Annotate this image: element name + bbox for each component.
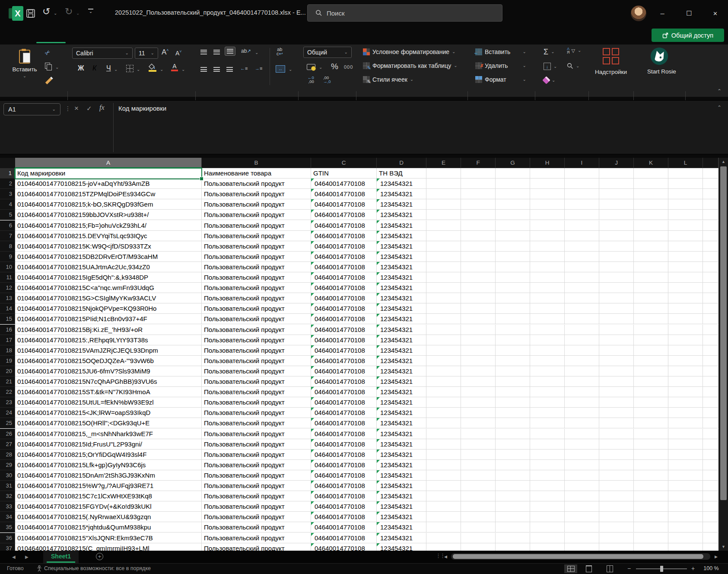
cell-M9[interactable] — [703, 252, 718, 262]
cell-K31[interactable] — [634, 481, 668, 491]
cell-K1[interactable] — [634, 168, 668, 179]
cell-H35[interactable] — [530, 522, 565, 533]
row-header-36[interactable]: 36 — [0, 533, 15, 543]
fill-color-dropdown[interactable]: ⌄ — [160, 67, 163, 72]
cell-C27[interactable]: 04640014770108 — [311, 439, 377, 450]
cell-K26[interactable] — [634, 429, 668, 439]
currency-format-button[interactable] — [307, 64, 316, 70]
cell-M10[interactable] — [703, 262, 718, 272]
cell-I11[interactable] — [565, 272, 599, 283]
cell-G20[interactable] — [496, 366, 530, 376]
cell-L20[interactable] — [668, 366, 703, 376]
cell-A21[interactable]: 0104640014770108215N7cQhAPGhBB)93VU6s — [15, 376, 202, 387]
cell-H22[interactable] — [530, 387, 565, 397]
cell-I10[interactable] — [565, 262, 599, 272]
cell-J15[interactable] — [599, 314, 634, 324]
cell-L4[interactable] — [668, 199, 703, 210]
pane-splitter-handle[interactable]: ⋮⋮ — [436, 552, 444, 559]
cell-D4[interactable]: 123454321 — [377, 199, 426, 210]
cell-J17[interactable] — [599, 335, 634, 345]
cell-E32[interactable] — [426, 491, 461, 501]
cell-D34[interactable]: 123454321 — [377, 512, 426, 522]
cell-L35[interactable] — [668, 522, 703, 533]
cell-F13[interactable] — [461, 293, 496, 303]
cell-J28[interactable] — [599, 450, 634, 460]
column-header-F[interactable]: F — [461, 158, 496, 168]
cell-C17[interactable]: 04640014770108 — [311, 335, 377, 345]
borders-button[interactable] — [126, 65, 134, 72]
cell-H13[interactable] — [530, 293, 565, 303]
cell-I25[interactable] — [565, 418, 599, 428]
cell-J4[interactable] — [599, 199, 634, 210]
accessibility-status[interactable]: Специальные возможности: все в порядке — [44, 565, 151, 571]
cell-A2[interactable]: 0104640014770108215-joV+aDqYht/93AmZB — [15, 179, 202, 189]
cell-J9[interactable] — [599, 252, 634, 262]
cell-B26[interactable]: Пользовательский продукт — [202, 429, 311, 439]
row-header-25[interactable]: 25 — [0, 418, 15, 428]
row-header-16[interactable]: 16 — [0, 325, 15, 335]
cell-D31[interactable]: 123454321 — [377, 481, 426, 491]
row-header-23[interactable]: 23 — [0, 397, 15, 408]
cell-K25[interactable] — [634, 418, 668, 428]
cell-I15[interactable] — [565, 314, 599, 324]
cell-B36[interactable]: Пользовательский продукт — [202, 533, 311, 543]
cell-L10[interactable] — [668, 262, 703, 272]
cell-L36[interactable] — [668, 533, 703, 543]
cell-K9[interactable] — [634, 252, 668, 262]
cell-D36[interactable]: 123454321 — [377, 533, 426, 543]
cell-B28[interactable]: Пользовательский продукт — [202, 450, 311, 460]
cell-F29[interactable] — [461, 460, 496, 470]
cell-B8[interactable]: Пользовательский продукт — [202, 241, 311, 252]
cell-G22[interactable] — [496, 387, 530, 397]
cell-K8[interactable] — [634, 241, 668, 252]
cell-G3[interactable] — [496, 189, 530, 199]
orientation-dropdown[interactable]: ⌄ — [255, 51, 258, 55]
cell-F35[interactable] — [461, 522, 496, 533]
cell-C35[interactable]: 04640014770108 — [311, 522, 377, 533]
cell-H11[interactable] — [530, 272, 565, 283]
cell-H5[interactable] — [530, 210, 565, 220]
cell-L27[interactable] — [668, 439, 703, 450]
cell-L6[interactable] — [668, 220, 703, 231]
name-box[interactable]: A1 ⌄ — [3, 103, 60, 115]
cell-K12[interactable] — [634, 283, 668, 293]
cell-I23[interactable] — [565, 397, 599, 408]
cell-B24[interactable]: Пользовательский продукт — [202, 408, 311, 418]
cell-H14[interactable] — [530, 303, 565, 314]
cell-M12[interactable] — [703, 283, 718, 293]
cell-C28[interactable]: 04640014770108 — [311, 450, 377, 460]
zoom-out-button[interactable]: − — [627, 565, 631, 572]
cell-H32[interactable] — [530, 491, 565, 501]
cell-K21[interactable] — [634, 376, 668, 387]
cell-C5[interactable]: 04640014770108 — [311, 210, 377, 220]
cell-M33[interactable] — [703, 501, 718, 512]
row-header-9[interactable]: 9 — [0, 252, 15, 262]
cell-I30[interactable] — [565, 470, 599, 481]
cell-I13[interactable] — [565, 293, 599, 303]
cell-E27[interactable] — [426, 439, 461, 450]
name-box-splitter[interactable]: ⋮ — [65, 105, 71, 112]
cell-H2[interactable] — [530, 179, 565, 189]
cell-J22[interactable] — [599, 387, 634, 397]
column-header-B[interactable]: B — [202, 158, 311, 168]
insert-cells-button[interactable]: ← Вставить⌄ — [475, 48, 526, 55]
cell-C10[interactable]: 04640014770108 — [311, 262, 377, 272]
cell-B37[interactable]: Пользовательский продукт — [202, 543, 311, 551]
cell-G27[interactable] — [496, 439, 530, 450]
cell-E9[interactable] — [426, 252, 461, 262]
cell-J13[interactable] — [599, 293, 634, 303]
cell-L37[interactable] — [668, 543, 703, 551]
cell-B34[interactable]: Пользовательский продукт — [202, 512, 311, 522]
cell-M5[interactable] — [703, 210, 718, 220]
column-header-clipped[interactable] — [703, 158, 718, 168]
cell-L1[interactable] — [668, 168, 703, 179]
cell-I21[interactable] — [565, 376, 599, 387]
cell-J31[interactable] — [599, 481, 634, 491]
cell-K5[interactable] — [634, 210, 668, 220]
cell-E16[interactable] — [426, 325, 461, 335]
cell-J14[interactable] — [599, 303, 634, 314]
row-header-19[interactable]: 19 — [0, 356, 15, 366]
row-header-3[interactable]: 3 — [0, 189, 15, 199]
collapse-formula-bar-button[interactable]: ⌃ — [717, 105, 722, 110]
cell-E34[interactable] — [426, 512, 461, 522]
